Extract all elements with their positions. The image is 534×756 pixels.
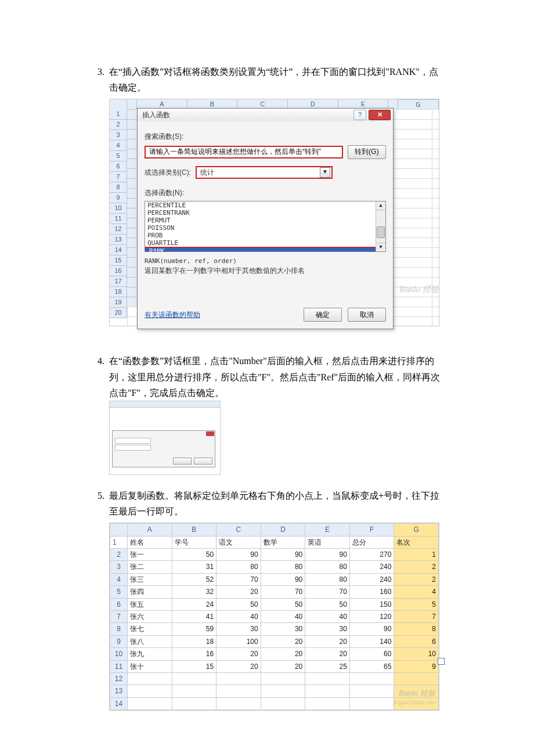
row-number: 5 [110,151,127,161]
table-cell: 80 [261,561,305,573]
cancel-button[interactable]: 取消 [348,308,386,322]
close-icon[interactable] [206,431,214,436]
scroll-down-icon[interactable]: ▼ [376,243,385,251]
help-link[interactable]: 有关该函数的帮助 [145,309,304,321]
result-table: A B C D E F G 1姓名学号语文数学英语总分名次2张一50909090… [110,523,439,710]
table-header-cell: 姓名 [128,536,172,548]
dialog-title: 插入函数 [142,109,353,121]
function-list-item[interactable]: PERMUT [145,217,385,224]
table-cell: 张七 [128,623,172,635]
table-header-cell: 语文 [217,536,261,548]
table-cell [261,697,305,710]
table-cell: 120 [349,611,394,623]
table-row: 14 [110,697,439,710]
row-number: 11 [110,214,127,224]
number-input[interactable] [115,438,151,444]
table-row: 7张六414040401207 [110,611,439,623]
row-number: 3 [110,130,127,141]
table-cell [261,685,305,697]
fill-handle-icon[interactable] [438,658,445,665]
category-label: 或选择类别(C): [145,167,191,178]
function-list-item[interactable]: PROB [145,232,385,239]
scrollbar[interactable]: ▲ ▼ [376,201,385,251]
help-icon[interactable]: ? [353,110,366,120]
ok-button[interactable]: 确定 [304,308,342,322]
function-signature: RANK(number, ref, order) [145,257,386,266]
table-cell [305,697,350,710]
table-cell: 70 [305,586,350,598]
table-cell: 20 [261,648,305,660]
table-cell: 80 [217,561,261,573]
table-cell: 张八 [128,635,172,647]
dialog-titlebar[interactable]: 插入函数 ? ✕ [138,109,393,121]
table-row: 5张四322070701604 [110,586,439,598]
function-list-item[interactable]: PERCENTILE [145,201,385,209]
table-cell: 1 [394,549,439,561]
table-cell [128,673,172,685]
function-list-item[interactable]: QUARTILE [145,239,385,247]
select-function-label: 选择函数(N): [145,187,386,199]
table-cell: 20 [261,635,305,647]
table-cell: 70 [261,586,305,598]
table-header-cell: 数学 [261,536,305,548]
row-number: 12 [110,224,127,235]
table-row: 9张八1810020201406 [110,635,439,647]
table-cell: 150 [349,598,394,610]
table-cell: 5 [394,598,439,610]
document-page: 3. 在“插入函数”对话框将函数类别设置为“统计”，并在下面的窗口找到"RANK… [0,0,534,754]
step-number: 4. [91,353,107,485]
row-number: 16 [110,266,127,276]
category-select[interactable]: 统计 ▼ [196,166,333,179]
table-cell: 张四 [128,586,172,598]
table-cell: 140 [349,635,394,647]
table-row: 3张二318080802402 [110,561,439,573]
table-cell: 160 [349,586,394,598]
table-cell: 100 [217,635,261,647]
scroll-thumb[interactable] [377,226,385,238]
table-cell: 25 [305,660,350,672]
go-button[interactable]: 转到(G) [348,145,386,159]
table-cell: 80 [305,573,350,585]
table-cell: 50 [261,598,305,610]
table-header-cell: 英语 [305,536,350,548]
table-row: 12 [110,673,439,685]
table-cell: 8 [394,623,439,635]
table-cell [305,685,350,697]
table-cell: 270 [349,549,394,561]
function-listbox[interactable]: PERCENTILEPERCENTRANKPERMUTPOISSONPROBQU… [145,201,386,252]
table-row: 6张五245050501505 [110,598,439,610]
table-cell: 80 [305,561,350,573]
function-list-item[interactable]: RANK [145,247,386,252]
table-cell: 张六 [128,611,172,623]
table-cell: 张五 [128,598,172,610]
function-list-item[interactable]: POISSON [145,224,385,232]
table-cell [217,673,261,685]
table-cell [172,685,217,697]
row-number: 2 [110,120,127,130]
table-cell: 10 [394,648,439,660]
function-description: 返回某数字在一列数字中相对于其他数值的大小排名 [145,266,386,275]
table-cell: 30 [261,623,305,635]
function-list-item[interactable]: PERCENTRANK [145,209,385,217]
search-input[interactable] [145,146,343,159]
table-cell: 40 [305,611,350,623]
ref-input[interactable] [115,445,151,451]
table-cell: 90 [305,549,350,561]
chevron-down-icon[interactable]: ▼ [320,167,330,178]
table-cell: 20 [305,648,350,660]
step-text: 在“函数参数”对话框里，点击"Number"后面的输入框，然后点击用来进行排序的… [109,353,443,401]
table-cell [217,685,261,697]
table-cell [349,685,394,697]
row-number: 9 [110,193,127,203]
close-icon[interactable]: ✕ [369,110,391,120]
table-cell: 41 [172,611,217,623]
ok-button[interactable] [173,458,192,465]
table-cell: 张三 [128,573,172,585]
table-cell: 18 [172,635,217,647]
cancel-button[interactable] [194,458,212,465]
row-number: 19 [110,297,127,308]
row-number: 15 [110,255,127,266]
figure-function-args [109,401,221,475]
table-cell: 52 [172,573,217,585]
scroll-up-icon[interactable]: ▲ [376,201,385,210]
